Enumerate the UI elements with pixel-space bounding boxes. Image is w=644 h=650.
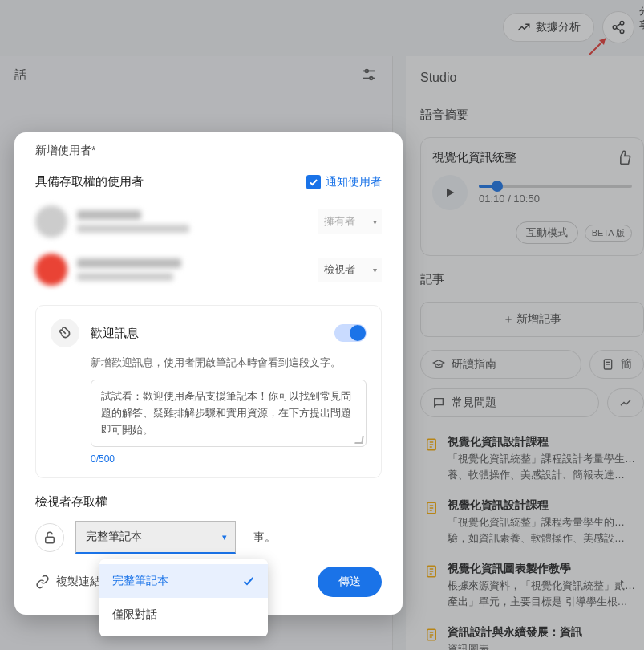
lock-open-icon (35, 523, 64, 552)
wave-hand-icon (51, 319, 79, 347)
welcome-textarea[interactable]: 試試看：歡迎使用產品支援筆記本！你可以找到常見問題的解答、疑難排解步驟和實用資源… (91, 380, 367, 447)
chevron-down-icon: ▾ (373, 265, 377, 274)
welcome-toggle[interactable] (334, 324, 367, 342)
user-row: 檢視者 ▾ (14, 246, 403, 294)
user-row: 擁有者 ▾ (14, 197, 403, 246)
link-icon (35, 575, 50, 589)
permission-select[interactable]: 完整筆記本 ▾ (75, 521, 236, 554)
avatar (35, 254, 67, 286)
avatar (35, 205, 67, 238)
role-select-viewer[interactable]: 檢視者 ▾ (318, 258, 382, 282)
welcome-desc: 新增歡迎訊息，使用者開啟筆記本時會看到這段文字。 (91, 355, 367, 370)
char-counter: 0/500 (91, 453, 367, 465)
svg-rect-31 (46, 537, 55, 543)
users-section-title: 具備存取權的使用者 (35, 174, 144, 189)
welcome-title: 歡迎訊息 (91, 326, 323, 341)
check-icon (242, 575, 255, 587)
resize-handle-icon[interactable] (354, 436, 363, 444)
share-modal: 新增使用者* 具備存取權的使用者 通知使用者 擁有者 ▾ 檢視者 ▾ (14, 132, 403, 615)
chevron-down-icon: ▾ (222, 532, 227, 542)
viewer-perm-title: 檢視者存取權 (14, 485, 403, 510)
role-select-owner: 擁有者 ▾ (318, 209, 382, 234)
copy-link-button[interactable]: 複製連結 (35, 575, 101, 589)
chevron-down-icon: ▾ (373, 217, 377, 225)
add-user-field[interactable]: 新增使用者* (14, 136, 403, 166)
perm-suffix-text: 事。 (247, 530, 276, 545)
checkbox-checked-icon (306, 175, 321, 189)
welcome-card: 歡迎訊息 新增歡迎訊息，使用者開啟筆記本時會看到這段文字。 試試看：歡迎使用產品… (35, 305, 382, 478)
dropdown-option-chat-only[interactable]: 僅限對話 (99, 598, 268, 632)
notify-checkbox[interactable]: 通知使用者 (306, 175, 382, 189)
dropdown-option-full[interactable]: 完整筆記本 (99, 564, 268, 598)
permission-dropdown: 完整筆記本 僅限對話 (99, 559, 268, 636)
send-button[interactable]: 傳送 (318, 567, 382, 597)
